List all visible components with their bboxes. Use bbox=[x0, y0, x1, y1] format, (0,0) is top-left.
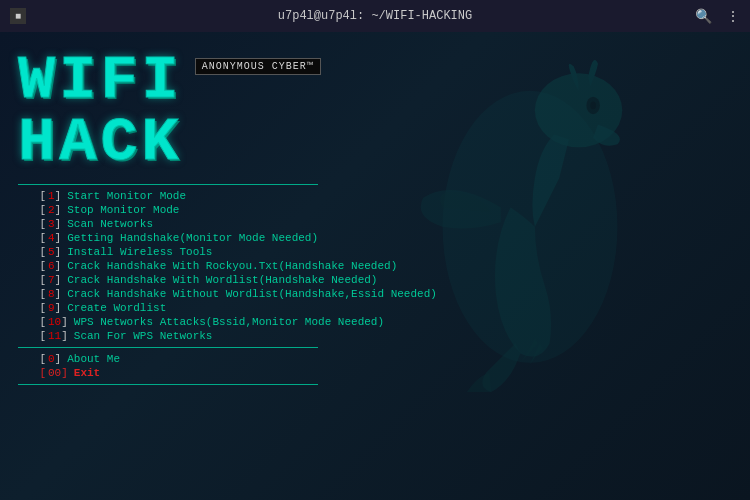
bracket-close-9: ] bbox=[61, 316, 68, 328]
bracket-close-8: ] bbox=[55, 302, 62, 314]
label-5: Crack Handshake With Rockyou.Txt(Handsha… bbox=[67, 260, 397, 272]
number-0: 1 bbox=[48, 190, 55, 202]
search-icon[interactable]: 🔍 bbox=[695, 8, 712, 25]
exit-label: Exit bbox=[74, 367, 100, 379]
menu-item-6[interactable]: [ 6 ] Crack Handshake With Rockyou.Txt(H… bbox=[18, 259, 750, 273]
label-7: Crack Handshake Without Wordlist(Handsha… bbox=[67, 288, 437, 300]
number-9: 10 bbox=[48, 316, 61, 328]
menu-item-11[interactable]: [ 11 ] Scan For WPS Networks bbox=[18, 329, 750, 343]
label-0: Start Monitor Mode bbox=[67, 190, 186, 202]
menu-item-9[interactable]: [ 9 ] Create Wordlist bbox=[18, 301, 750, 315]
bracket-open-3: [ bbox=[18, 232, 46, 244]
top-divider bbox=[18, 184, 318, 185]
menu-item-8[interactable]: [ 8 ] Crack Handshake Without Wordlist(H… bbox=[18, 287, 750, 301]
logo-hack: HACK bbox=[18, 112, 183, 174]
label-6: Crack Handshake With Wordlist(Handshake … bbox=[67, 274, 377, 286]
menu-item-5[interactable]: [ 5 ] Install Wireless Tools bbox=[18, 245, 750, 259]
bracket-open-1: [ bbox=[18, 204, 46, 216]
label-1: Stop Monitor Mode bbox=[67, 204, 179, 216]
label-2: Scan Networks bbox=[67, 218, 153, 230]
bracket-open-7: [ bbox=[18, 288, 46, 300]
bracket-close-7: ] bbox=[55, 288, 62, 300]
titlebar: ■ u7p4l@u7p4l: ~/WIFI-HACKING 🔍 ⋮ bbox=[0, 0, 750, 32]
number-8: 9 bbox=[48, 302, 55, 314]
label-4: Install Wireless Tools bbox=[67, 246, 212, 258]
bracket-close-3: ] bbox=[55, 232, 62, 244]
bracket-open-2: [ bbox=[18, 218, 46, 230]
number-1: 2 bbox=[48, 204, 55, 216]
bracket-close-1: ] bbox=[55, 204, 62, 216]
titlebar-right: 🔍 ⋮ bbox=[695, 8, 740, 25]
about-bracket-close: ] bbox=[55, 353, 62, 365]
logo-area: WIFI HACK ANONYMOUS CYBER™ bbox=[18, 50, 750, 174]
bracket-close-4: ] bbox=[55, 246, 62, 258]
bracket-open-5: [ bbox=[18, 260, 46, 272]
number-10: 11 bbox=[48, 330, 61, 342]
menu-exit[interactable]: [ 00 ] Exit bbox=[18, 366, 750, 380]
window-icon: ■ bbox=[10, 8, 26, 24]
anonymous-badge-text: ANONYMOUS CYBER™ bbox=[202, 61, 314, 72]
bracket-open-0: [ bbox=[18, 190, 46, 202]
label-9: WPS Networks Attacks(Bssid,Monitor Mode … bbox=[74, 316, 384, 328]
menu-container: [ 1 ] Start Monitor Mode [ 2 ] Stop Moni… bbox=[18, 184, 750, 385]
bracket-open-8: [ bbox=[18, 302, 46, 314]
exit-number: 00 bbox=[48, 367, 61, 379]
bracket-close-2: ] bbox=[55, 218, 62, 230]
menu-item-4[interactable]: [ 4 ] Getting Handshake(Monitor Mode Nee… bbox=[18, 231, 750, 245]
bracket-close-6: ] bbox=[55, 274, 62, 286]
bracket-open-6: [ bbox=[18, 274, 46, 286]
bottom-divider bbox=[18, 384, 318, 385]
about-bracket-open: [ bbox=[18, 353, 46, 365]
mid-divider bbox=[18, 347, 318, 348]
menu-item-3[interactable]: [ 3 ] Scan Networks bbox=[18, 217, 750, 231]
titlebar-title: u7p4l@u7p4l: ~/WIFI-HACKING bbox=[278, 9, 472, 23]
about-label: About Me bbox=[67, 353, 120, 365]
about-number: 0 bbox=[48, 353, 55, 365]
main-content: WIFI HACK ANONYMOUS CYBER™ [ 1 ] Start M… bbox=[0, 32, 750, 500]
anonymous-badge: ANONYMOUS CYBER™ bbox=[195, 58, 321, 75]
menu-icon[interactable]: ⋮ bbox=[726, 8, 740, 25]
titlebar-left: ■ bbox=[10, 8, 26, 24]
bracket-close-10: ] bbox=[61, 330, 68, 342]
menu-item-7[interactable]: [ 7 ] Crack Handshake With Wordlist(Hand… bbox=[18, 273, 750, 287]
window-icon-symbol: ■ bbox=[15, 11, 21, 22]
number-3: 4 bbox=[48, 232, 55, 244]
menu-about[interactable]: [ 0 ] About Me bbox=[18, 352, 750, 366]
number-2: 3 bbox=[48, 218, 55, 230]
number-4: 5 bbox=[48, 246, 55, 258]
menu-item-2[interactable]: [ 2 ] Stop Monitor Mode bbox=[18, 203, 750, 217]
number-6: 7 bbox=[48, 274, 55, 286]
bracket-open-10: [ bbox=[18, 330, 46, 342]
menu-item-1[interactable]: [ 1 ] Start Monitor Mode bbox=[18, 189, 750, 203]
bracket-open-9: [ bbox=[18, 316, 46, 328]
label-10: Scan For WPS Networks bbox=[74, 330, 213, 342]
menu-item-10[interactable]: [ 10 ] WPS Networks Attacks(Bssid,Monito… bbox=[18, 315, 750, 329]
number-7: 8 bbox=[48, 288, 55, 300]
bracket-open-4: [ bbox=[18, 246, 46, 258]
bracket-close-5: ] bbox=[55, 260, 62, 272]
number-5: 6 bbox=[48, 260, 55, 272]
label-8: Create Wordlist bbox=[67, 302, 166, 314]
bracket-close-0: ] bbox=[55, 190, 62, 202]
logo-wifi: WIFI bbox=[18, 50, 183, 112]
exit-bracket-close: ] bbox=[61, 367, 68, 379]
menu-items-list: [ 1 ] Start Monitor Mode [ 2 ] Stop Moni… bbox=[18, 189, 750, 343]
label-3: Getting Handshake(Monitor Mode Needed) bbox=[67, 232, 318, 244]
exit-bracket-open: [ bbox=[18, 367, 46, 379]
left-content: WIFI HACK ANONYMOUS CYBER™ [ 1 ] Start M… bbox=[0, 32, 750, 500]
